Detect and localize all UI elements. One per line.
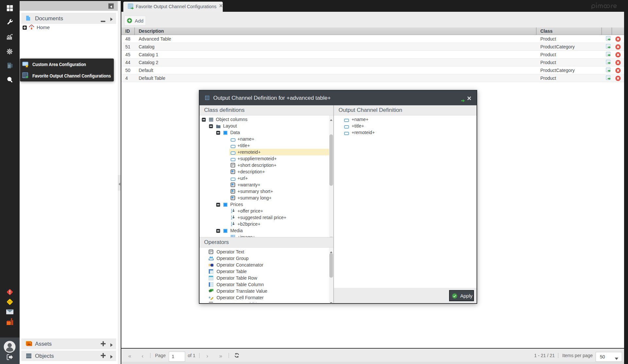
svg-text:2: 2	[231, 217, 232, 220]
svg-text:1: 1	[231, 215, 232, 217]
svg-text:2: 2	[231, 211, 232, 213]
svg-text:a: a	[209, 296, 211, 299]
svg-text:2: 2	[231, 224, 232, 226]
svg-text:1: 1	[231, 222, 232, 224]
svg-text:1: 1	[231, 209, 232, 211]
